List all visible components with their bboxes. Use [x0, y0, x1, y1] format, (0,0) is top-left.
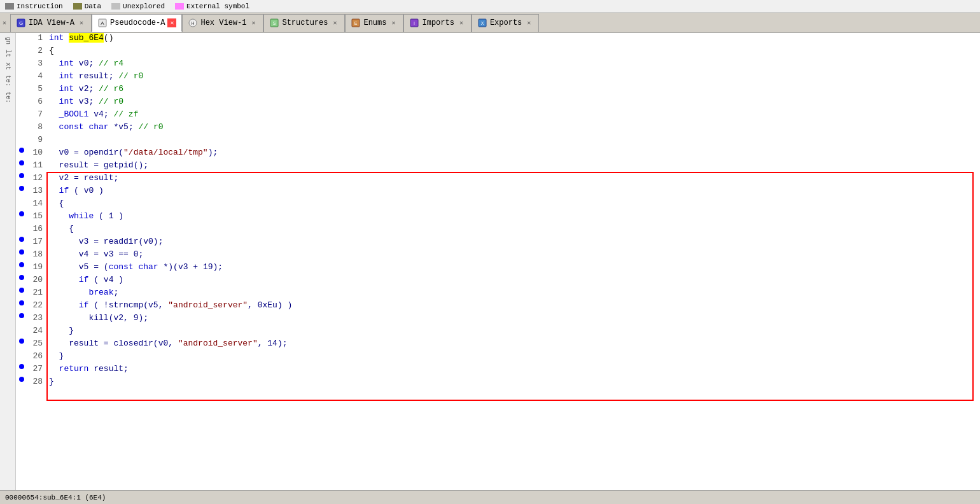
line-13-dot — [16, 186, 27, 191]
legend-unexplored-color — [111, 3, 120, 10]
code-line-17: 17 v3 = readdir(v0); — [16, 237, 980, 249]
exports-icon: X — [477, 18, 487, 28]
line-28-num: 28 — [27, 377, 46, 386]
line-23-dot — [16, 313, 27, 318]
svg-text:E: E — [354, 21, 358, 25]
legend-data-label: Data — [85, 3, 101, 10]
line-27-code: return result; — [46, 364, 980, 374]
line-27-num: 27 — [27, 364, 46, 374]
sidebar-label-te2: te: — [3, 90, 13, 104]
tab-hex-view-1-close[interactable]: ✕ — [249, 18, 258, 27]
code-line-21: 21 break; — [16, 288, 980, 300]
line-19-code: v5 = (const char *)(v3 + 19); — [46, 262, 980, 272]
ida-view-icon: G — [16, 18, 26, 28]
line-2-code: { — [46, 46, 980, 55]
tab-exports-close[interactable]: ✕ — [524, 18, 533, 27]
code-line-11: 11 result = getpid(); — [16, 160, 980, 173]
sidebar-label-xt: xt — [3, 61, 13, 71]
line-21-num: 21 — [27, 288, 46, 297]
line-21-dot — [16, 288, 27, 293]
line-2-num: 2 — [27, 46, 46, 55]
line-6-num: 6 — [27, 97, 46, 106]
code-line-8: 8 const char *v5; // r0 — [16, 122, 980, 135]
code-line-28: 28 } — [16, 377, 980, 389]
sidebar-label-gn: gn — [3, 36, 13, 46]
svg-text:A: A — [101, 20, 104, 26]
line-5-code: int v2; // r6 — [46, 84, 980, 94]
line-17-dot — [16, 237, 27, 242]
code-line-20: 20 if ( v4 ) — [16, 275, 980, 288]
line-17-code: v3 = readdir(v0); — [46, 237, 980, 246]
tab-bar: ✕ G IDA View-A ✕ A Pseudocode-A ✕ H Hex … — [0, 13, 980, 33]
line-26-num: 26 — [27, 351, 46, 361]
line-4-num: 4 — [27, 71, 46, 81]
tab-ida-view-a[interactable]: G IDA View-A ✕ — [10, 14, 92, 32]
legend-external-symbol-color — [175, 3, 184, 10]
line-15-num: 15 — [27, 211, 46, 221]
line-13-num: 13 — [27, 186, 46, 195]
tab-hex-view-1-label: Hex View-1 — [200, 18, 246, 27]
tab-enums-close[interactable]: ✕ — [389, 18, 398, 27]
tab-ida-view-a-close[interactable]: ✕ — [77, 18, 86, 27]
line-13-code: if ( v0 ) — [46, 186, 980, 195]
tab-imports[interactable]: I Imports ✕ — [403, 14, 471, 32]
line-12-dot — [16, 173, 27, 178]
code-editor[interactable]: 1 int sub_6E4() 2 { 3 int v0; // r4 4 in… — [16, 33, 980, 490]
line-20-num: 20 — [27, 275, 46, 284]
tab-enums[interactable]: E Enums ✕ — [345, 14, 403, 32]
hex-view-icon: H — [188, 18, 198, 28]
tab-imports-close[interactable]: ✕ — [457, 18, 466, 27]
code-line-10: 10 v0 = opendir("/data/local/tmp"); — [16, 148, 980, 160]
line-18-code: v4 = v3 == 0; — [46, 249, 980, 259]
tab-exports[interactable]: X Exports ✕ — [472, 14, 539, 32]
global-close-button[interactable]: ✕ — [0, 18, 9, 27]
tab-exports-label: Exports — [490, 18, 522, 27]
code-line-2: 2 { — [16, 46, 980, 59]
legend-unexplored: Unexplored — [111, 3, 165, 10]
svg-text:X: X — [481, 21, 484, 25]
legend-instruction: Instruction — [5, 3, 63, 10]
tab-structures[interactable]: S Structures ✕ — [263, 14, 345, 32]
line-25-code: result = closedir(v0, "android_server", … — [46, 339, 980, 348]
line-6-code: int v3; // r0 — [46, 97, 980, 106]
line-25-num: 25 — [27, 339, 46, 348]
line-27-dot — [16, 364, 27, 369]
line-25-dot — [16, 339, 27, 344]
line-18-dot — [16, 249, 27, 255]
line-23-code: kill(v2, 9); — [46, 313, 980, 323]
code-line-13: 13 if ( v0 ) — [16, 186, 980, 199]
sidebar-label-lt: lt — [3, 48, 13, 59]
legend-instruction-color — [5, 3, 14, 10]
line-28-code: } — [46, 377, 980, 386]
code-line-9: 9 — [16, 135, 980, 148]
line-12-num: 12 — [27, 173, 46, 183]
tab-structures-close[interactable]: ✕ — [330, 18, 339, 27]
svg-text:G: G — [19, 20, 23, 26]
tab-pseudocode-a[interactable]: A Pseudocode-A ✕ — [92, 14, 182, 32]
line-24-num: 24 — [27, 326, 46, 335]
code-line-16: 16 { — [16, 224, 980, 237]
line-19-num: 19 — [27, 262, 46, 272]
line-24-code: } — [46, 326, 980, 335]
line-14-code: { — [46, 199, 980, 208]
line-11-code: result = getpid(); — [46, 160, 980, 170]
code-line-23: 23 kill(v2, 9); — [16, 313, 980, 326]
svg-text:I: I — [414, 21, 416, 25]
code-line-3: 3 int v0; // r4 — [16, 59, 980, 71]
code-line-12: 12 v2 = result; — [16, 173, 980, 186]
line-20-code: if ( v4 ) — [46, 275, 980, 284]
line-10-code: v0 = opendir("/data/local/tmp"); — [46, 148, 980, 157]
code-line-1: 1 int sub_6E4() — [16, 33, 980, 46]
line-18-num: 18 — [27, 249, 46, 259]
code-line-19: 19 v5 = (const char *)(v3 + 19); — [16, 262, 980, 275]
tab-pseudocode-a-close[interactable]: ✕ — [167, 18, 176, 27]
line-16-num: 16 — [27, 224, 46, 234]
main-area: gn lt xt te: te: 1 int sub_6E4() 2 { 3 i… — [0, 33, 980, 490]
tab-hex-view-1[interactable]: H Hex View-1 ✕ — [182, 14, 263, 32]
code-line-4: 4 int result; // r0 — [16, 71, 980, 84]
line-28-dot — [16, 377, 27, 382]
code-line-14: 14 { — [16, 199, 980, 211]
code-line-6: 6 int v3; // r0 — [16, 97, 980, 109]
code-line-27: 27 return result; — [16, 364, 980, 377]
line-20-dot — [16, 275, 27, 280]
